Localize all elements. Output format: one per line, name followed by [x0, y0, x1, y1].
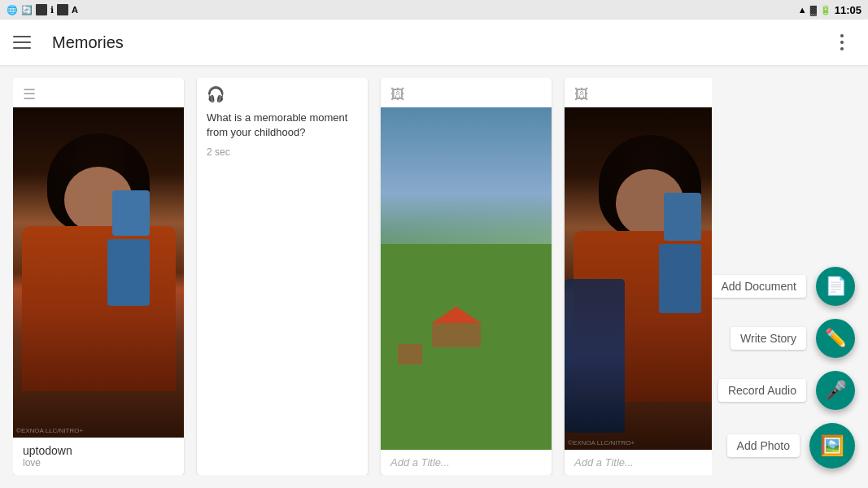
signal-icon: ▓ — [810, 5, 817, 15]
card-1-image-area: ©EXNOA LLC/NITRO+ — [13, 107, 184, 438]
overflow-menu-button[interactable] — [829, 29, 855, 55]
body — [432, 323, 481, 347]
card-4-bottom: Add a Title... — [565, 450, 712, 475]
memory-card-2[interactable]: 🎧 What is a memorable moment from your c… — [197, 78, 368, 475]
cards-area: ☰ ©EXNOA LLC/NITRO+ — [13, 78, 712, 475]
card-1-name: uptodown — [23, 444, 174, 457]
card-3-header: 🖼 — [381, 78, 552, 107]
hamburger-line-3 — [13, 47, 31, 49]
watermark-4: ©EXNOA LLC/NITRO+ — [568, 439, 635, 447]
photo-icon: 🖼️ — [820, 434, 844, 457]
card-4-artwork: ©EXNOA LLC/NITRO+ — [565, 107, 712, 450]
add-photo-button[interactable]: 🖼️ — [809, 423, 855, 468]
memory-card-3[interactable]: 🖼 Add a T — [381, 78, 552, 475]
farm-element-1 — [398, 344, 422, 364]
status-bar-left: 🌐 🔄 ℹ A — [7, 4, 78, 15]
wifi-icon: ▲ — [798, 5, 807, 15]
app-icon-a: A — [72, 5, 78, 15]
card-3-image-area — [381, 107, 552, 450]
card-1-header: ☰ — [13, 78, 184, 107]
hamburger-button[interactable] — [13, 29, 39, 55]
globe-icon: 🌐 — [7, 5, 18, 15]
write-story-button[interactable]: ✏️ — [816, 319, 855, 358]
card-2-duration: 2 sec — [207, 146, 358, 158]
hamburger-line-2 — [13, 41, 31, 43]
fab-add-photo-row: Add Photo 🖼️ — [725, 423, 855, 468]
document-icon: 📄 — [825, 276, 847, 297]
write-story-label: Write Story — [731, 327, 806, 350]
app-icon-black — [36, 4, 47, 15]
card-3-add-title[interactable]: Add a Title... — [390, 456, 542, 468]
image-icon-card4: 🖼 — [574, 86, 589, 103]
card-2-text: What is a memorable moment from your chi… — [197, 107, 368, 475]
hamburger-line-1 — [13, 36, 31, 37]
card-3-bottom: Add a Title... — [381, 450, 552, 475]
app-bar: Memories — [0, 20, 868, 65]
record-audio-button[interactable]: 🎤 — [816, 371, 855, 410]
card-1-artwork: ©EXNOA LLC/NITRO+ — [13, 107, 184, 438]
memory-card-4[interactable]: 🖼 ©EXNOA LLC/NITRO+ Add a Title... — [565, 78, 712, 475]
fab-record-audio-row: Record Audio 🎤 — [725, 371, 855, 410]
app-icon-info: ℹ — [50, 5, 54, 15]
card-2-question: What is a memorable moment from your chi… — [207, 111, 358, 140]
record-audio-label: Record Audio — [718, 379, 806, 402]
main-content: ☰ ©EXNOA LLC/NITRO+ — [0, 65, 868, 488]
card-4-image-area: ©EXNOA LLC/NITRO+ — [565, 107, 712, 450]
add-document-label: Add Document — [711, 275, 806, 298]
farm-element-2 — [510, 358, 526, 374]
memory-card-1[interactable]: ☰ ©EXNOA LLC/NITRO+ — [13, 78, 184, 475]
status-bar-right: ▲ ▓ 🔋 11:05 — [798, 4, 861, 16]
image-icon-card3: 🖼 — [390, 86, 405, 103]
app-icon-black2 — [57, 4, 68, 15]
game-building — [432, 307, 481, 347]
time-display: 11:05 — [835, 4, 861, 16]
add-photo-label: Add Photo — [727, 434, 800, 457]
card-4-header: 🖼 — [565, 78, 712, 107]
card-1-bottom: uptodown love — [13, 438, 184, 475]
headphone-icon: 🎧 — [207, 85, 225, 103]
add-document-button[interactable]: 📄 — [816, 267, 855, 306]
roof — [432, 307, 481, 323]
fab-add-document-row: Add Document 📄 — [725, 267, 855, 306]
story-icon: ✏️ — [825, 328, 847, 349]
status-bar: 🌐 🔄 ℹ A ▲ ▓ 🔋 11:05 — [0, 0, 868, 20]
card-1-subtitle: love — [23, 457, 174, 468]
watermark-1: ©EXNOA LLC/NITRO+ — [16, 427, 83, 434]
text-icon: ☰ — [23, 85, 36, 103]
battery-icon: 🔋 — [820, 5, 831, 15]
fab-area: Add Document 📄 Write Story ✏️ Record Aud… — [725, 78, 855, 475]
card-3-artwork — [381, 107, 552, 450]
fab-write-story-row: Write Story ✏️ — [725, 319, 855, 358]
page-title: Memories — [52, 33, 829, 52]
sync-icon: 🔄 — [21, 5, 33, 15]
microphone-icon: 🎤 — [825, 380, 847, 401]
card-4-add-title[interactable]: Add a Title... — [574, 456, 712, 468]
card-2-header: 🎧 — [197, 78, 368, 107]
